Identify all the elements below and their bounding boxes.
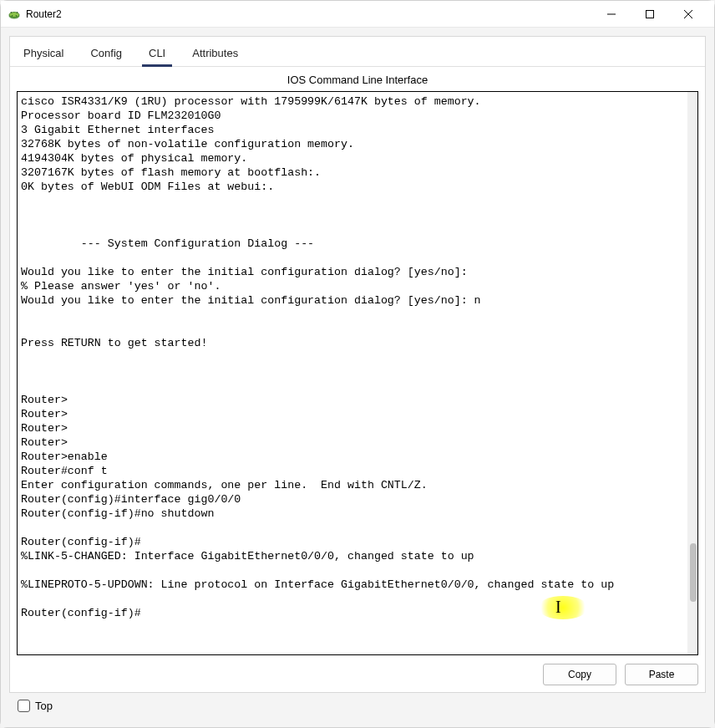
tab-bar: Physical Config CLI Attributes <box>10 37 705 67</box>
scrollbar-thumb[interactable] <box>690 543 697 602</box>
window-title: Router2 <box>26 8 592 20</box>
titlebar[interactable]: Router2 <box>1 1 714 28</box>
svg-point-1 <box>9 12 19 17</box>
window-controls <box>592 2 707 27</box>
top-checkbox[interactable] <box>18 700 30 712</box>
top-label: Top <box>35 700 53 712</box>
maximize-button[interactable] <box>631 2 669 27</box>
paste-button[interactable]: Paste <box>625 664 698 685</box>
footer: Top <box>9 693 706 719</box>
router-icon <box>8 8 21 21</box>
cli-output[interactable]: cisco ISR4331/K9 (1RU) processor with 17… <box>18 92 697 654</box>
scrollbar-track[interactable] <box>687 92 697 654</box>
cli-title: IOS Command Line Interface <box>10 67 705 91</box>
tab-cli[interactable]: CLI <box>135 40 179 66</box>
tab-physical[interactable]: Physical <box>10 40 77 66</box>
tab-attributes[interactable]: Attributes <box>179 40 251 66</box>
cli-terminal[interactable]: cisco ISR4331/K9 (1RU) processor with 17… <box>17 91 698 655</box>
tab-config[interactable]: Config <box>77 40 135 66</box>
inner-panel: Physical Config CLI Attributes IOS Comma… <box>9 36 706 693</box>
svg-rect-3 <box>647 10 654 18</box>
content-wrapper: Physical Config CLI Attributes IOS Comma… <box>1 28 714 727</box>
app-window: Router2 Physical Config CLI Attributes I… <box>0 0 715 728</box>
minimize-button[interactable] <box>592 2 631 27</box>
copy-button[interactable]: Copy <box>543 664 616 685</box>
close-button[interactable] <box>669 2 707 27</box>
button-row: Copy Paste <box>10 655 705 692</box>
